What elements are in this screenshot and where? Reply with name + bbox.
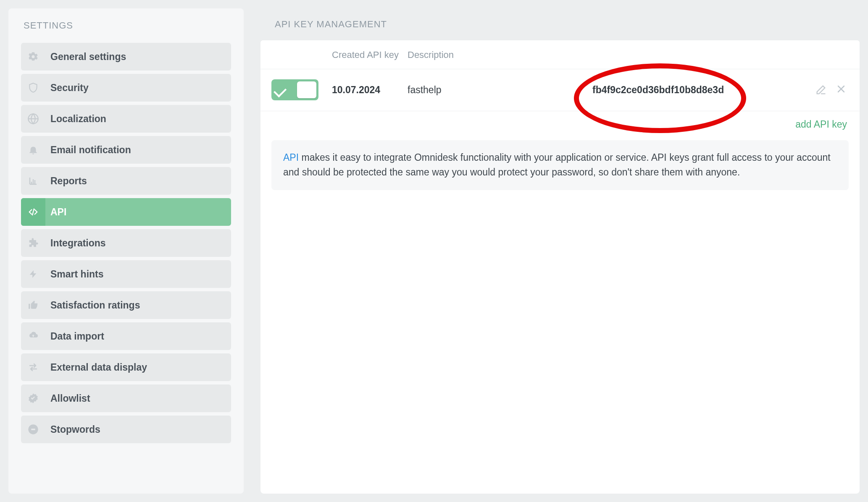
- sidebar-item-data-import[interactable]: Data import: [21, 322, 231, 350]
- globe-icon: [21, 105, 45, 133]
- sidebar-item-security[interactable]: Security: [21, 74, 231, 102]
- add-api-key-link[interactable]: add API key: [795, 119, 847, 130]
- sidebar-item-label: External data display: [45, 353, 147, 381]
- sidebar-item-reports[interactable]: Reports: [21, 167, 231, 195]
- puzzle-icon: [21, 229, 45, 257]
- sidebar-item-general-settings[interactable]: General settings: [21, 43, 231, 71]
- sidebar-item-stopwords[interactable]: Stopwords: [21, 416, 231, 443]
- api-docs-link[interactable]: API: [283, 152, 299, 163]
- sidebar-item-external-data-display[interactable]: External data display: [21, 353, 231, 381]
- main-body: Created API key Description 10.07.2024 f…: [260, 40, 860, 494]
- code-icon: [21, 198, 45, 226]
- sidebar-item-label: General settings: [45, 43, 126, 71]
- badge-icon: [21, 384, 45, 412]
- toggle-knob: [297, 81, 316, 98]
- api-keys-table-header: Created API key Description: [260, 40, 860, 69]
- sidebar-item-label: Email notification: [45, 136, 131, 164]
- thumb-icon: [21, 291, 45, 319]
- sidebar-item-api[interactable]: API: [21, 198, 231, 226]
- column-description: Description: [408, 49, 592, 61]
- svg-rect-2: [31, 429, 35, 430]
- cloud-icon: [21, 322, 45, 350]
- stop-icon: [21, 416, 45, 443]
- chart-icon: [21, 167, 45, 195]
- sidebar-item-satisfaction-ratings[interactable]: Satisfaction ratings: [21, 291, 231, 319]
- main-panel: API KEY MANAGEMENT Created API key Descr…: [260, 8, 860, 494]
- api-key-created-date: 10.07.2024: [332, 84, 408, 97]
- sidebar-item-label: Allowlist: [45, 384, 90, 412]
- bell-icon: [21, 136, 45, 164]
- sidebar-item-label: Stopwords: [45, 416, 100, 443]
- api-info-text: makes it easy to integrate Omnidesk func…: [283, 152, 831, 178]
- api-info-box: API makes it easy to integrate Omnidesk …: [271, 140, 849, 190]
- column-created: Created API key: [332, 49, 408, 61]
- sidebar-item-localization[interactable]: Localization: [21, 105, 231, 133]
- edit-api-key-button[interactable]: [815, 84, 827, 96]
- add-api-key-row: add API key: [260, 111, 860, 134]
- sidebar-item-smart-hints[interactable]: Smart hints: [21, 260, 231, 288]
- page-title: API KEY MANAGEMENT: [275, 19, 387, 30]
- sidebar-item-label: Smart hints: [45, 260, 104, 288]
- sidebar-title: SETTINGS: [21, 20, 231, 31]
- gears-icon: [21, 43, 45, 71]
- sidebar-item-label: Reports: [45, 167, 87, 195]
- api-key-description: fasthelp: [408, 84, 592, 97]
- sidebar-item-label: Satisfaction ratings: [45, 291, 140, 319]
- api-key-toggle[interactable]: [271, 79, 318, 100]
- sidebar-item-email-notification[interactable]: Email notification: [21, 136, 231, 164]
- sidebar-item-label: API: [45, 198, 66, 226]
- sidebar-item-label: Integrations: [45, 229, 106, 257]
- bolt-icon: [21, 260, 45, 288]
- settings-sidebar: SETTINGS General settings Security Local…: [8, 8, 244, 494]
- shield-icon: [21, 74, 45, 102]
- api-key-value: fb4f9c2ce0d36bdf10b8d8e3d: [592, 84, 735, 97]
- swap-icon: [21, 353, 45, 381]
- sidebar-item-allowlist[interactable]: Allowlist: [21, 384, 231, 412]
- sidebar-item-label: Localization: [45, 105, 106, 133]
- sidebar-item-integrations[interactable]: Integrations: [21, 229, 231, 257]
- api-key-row: 10.07.2024 fasthelp fb4f9c2ce0d36bdf10b8…: [260, 69, 860, 111]
- sidebar-item-label: Data import: [45, 322, 104, 350]
- main-header: API KEY MANAGEMENT: [260, 8, 860, 40]
- sidebar-item-label: Security: [45, 74, 89, 102]
- delete-api-key-button[interactable]: [836, 84, 846, 96]
